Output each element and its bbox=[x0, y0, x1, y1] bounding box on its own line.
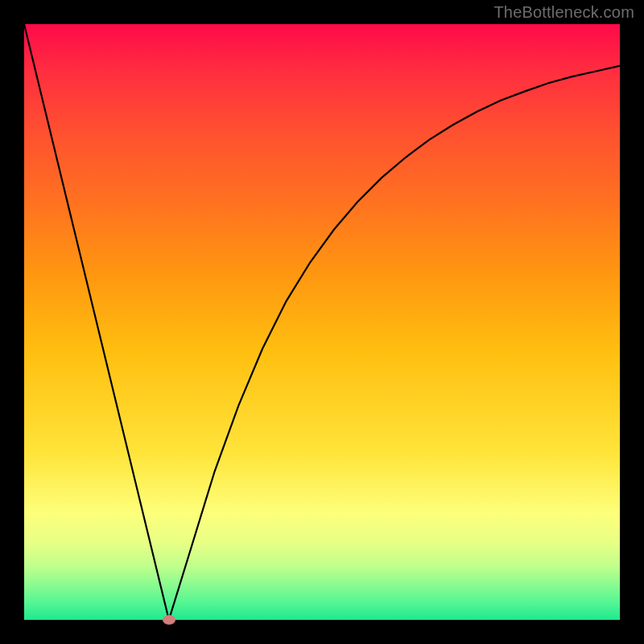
bottleneck-curve bbox=[24, 24, 620, 620]
watermark-label: TheBottleneck.com bbox=[493, 3, 634, 22]
minimum-marker bbox=[163, 615, 175, 625]
chart-frame: TheBottleneck.com bbox=[0, 0, 644, 644]
curve-path bbox=[24, 24, 620, 620]
plot-area bbox=[24, 24, 620, 620]
